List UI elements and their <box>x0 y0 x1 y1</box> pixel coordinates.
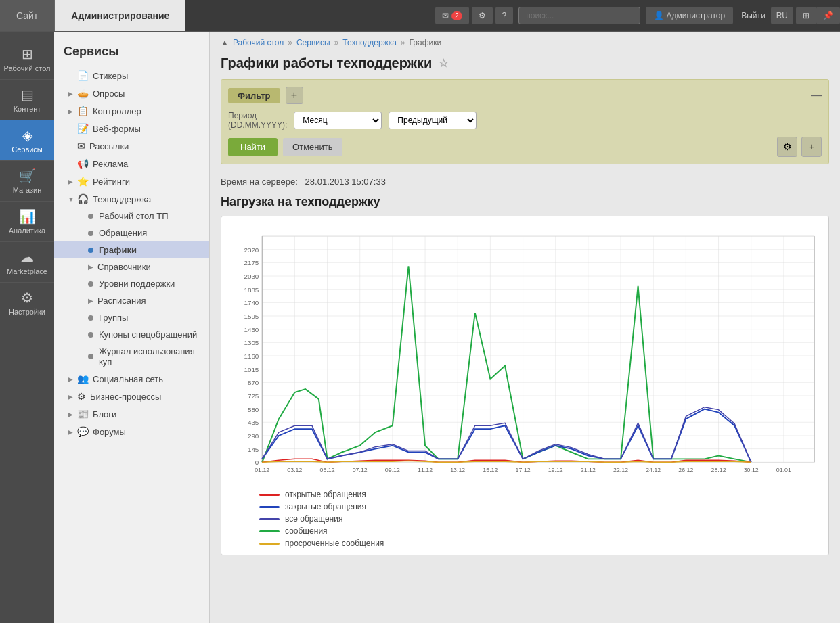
legend-line-overdue <box>259 543 280 545</box>
nav-item-polls[interactable]: ▶ 🥧 Опросы <box>54 85 209 102</box>
nav-item-ratings[interactable]: ▶ ⭐ Рейтинги <box>54 172 209 190</box>
svg-text:2175: 2175 <box>244 259 259 267</box>
nav-arrow-forums: ▶ <box>68 428 74 436</box>
filter-find-btn[interactable]: Найти <box>228 138 278 156</box>
nav-item-blogs[interactable]: ▶ 📰 Блоги <box>54 405 209 423</box>
legend-line-all <box>259 518 280 520</box>
nav-item-ts-charts[interactable]: Графики <box>54 241 209 258</box>
nav-item-techsupport[interactable]: ▼ 🎧 Техподдержка <box>54 190 209 208</box>
sidebar-item-settings[interactable]: ⚙ Настройки <box>0 283 54 323</box>
sidebar-item-marketplace[interactable]: ☁ Marketplace <box>0 242 54 283</box>
layout-btn[interactable]: ⊞ <box>796 7 816 24</box>
nav-arrow-polls: ▶ <box>68 90 74 97</box>
sidebar-item-services[interactable]: ◈ Сервисы <box>0 120 54 161</box>
svg-text:1160: 1160 <box>244 352 259 360</box>
svg-text:1595: 1595 <box>244 313 259 320</box>
legend-item-overdue: просроченные сообщения <box>259 538 818 548</box>
bullet-ts-desktop <box>88 214 93 219</box>
chart-svg: 0 145 290 435 580 725 870 1015 1160 1305… <box>232 227 818 484</box>
svg-rect-0 <box>262 236 814 462</box>
nav-item-ts-journal[interactable]: Журнал использования куп <box>54 343 209 370</box>
svg-text:19.12: 19.12 <box>548 467 563 474</box>
filter-period-label: Период(DD.MM.YYYY): <box>228 111 287 130</box>
favorite-star-icon[interactable]: ☆ <box>439 57 448 70</box>
nav-item-forums[interactable]: ▶ 💬 Форумы <box>54 423 209 440</box>
logout-btn[interactable]: Выйти <box>736 7 771 24</box>
chart-area: 0 145 290 435 580 725 870 1015 1160 1305… <box>232 227 818 484</box>
nav-item-ts-coupons[interactable]: Купоны спецобращений <box>54 326 209 343</box>
nav-item-ads[interactable]: 📢 Реклама <box>54 155 209 172</box>
svg-text:11.12: 11.12 <box>418 467 433 474</box>
mailings-icon: ✉ <box>77 141 85 152</box>
sidebar-item-analytics[interactable]: 📊 Аналитика <box>0 202 54 242</box>
legend-line-closed <box>259 506 280 508</box>
bullet-ts-journal <box>88 354 93 359</box>
user-btn[interactable]: 👤 Администратор <box>646 7 733 24</box>
bizproc-icon: ⚙ <box>77 391 86 402</box>
filter-add-btn[interactable]: + <box>286 87 303 104</box>
nav-item-bizproc[interactable]: ▶ ⚙ Бизнес-процессы <box>54 388 209 405</box>
svg-text:03.12: 03.12 <box>287 467 302 474</box>
filter-gear-btn[interactable]: ⚙ <box>777 137 797 157</box>
left-sidebar: ⊞ Рабочий стол ▤ Контент ◈ Сервисы 🛒 Маг… <box>0 32 54 623</box>
breadcrumb-arrow: ▲ <box>221 38 229 47</box>
svg-text:01.12: 01.12 <box>255 467 269 474</box>
filter-cancel-btn[interactable]: Отменить <box>283 138 342 156</box>
nav-item-ts-handbook[interactable]: ▶ Справочники <box>54 258 209 275</box>
lang-btn[interactable]: RU <box>771 7 793 24</box>
nav-item-social[interactable]: ▶ 👥 Социальная сеть <box>54 370 209 388</box>
svg-text:15.12: 15.12 <box>483 467 498 474</box>
techsupport-icon: 🎧 <box>77 193 89 204</box>
admin-tab[interactable]: Администрирование <box>55 0 185 31</box>
legend-line-messages <box>259 530 280 532</box>
main-content: ▲ Рабочий стол » Сервисы » Техподдержка … <box>210 32 840 623</box>
nav-item-ts-requests[interactable]: Обращения <box>54 225 209 241</box>
filter-range-select[interactable]: Предыдущий Текущий <box>389 112 477 129</box>
breadcrumb-techsupport[interactable]: Техподдержка <box>342 38 397 47</box>
svg-text:870: 870 <box>248 379 259 386</box>
filter-plus-btn[interactable]: + <box>801 137 822 157</box>
breadcrumb-services[interactable]: Сервисы <box>296 38 330 47</box>
nav-arrow-ratings: ▶ <box>68 178 74 185</box>
breadcrumb-desktop[interactable]: Рабочий стол <box>233 38 284 47</box>
nav-item-ts-schedules[interactable]: ▶ Расписания <box>54 292 209 309</box>
sidebar-item-desktop[interactable]: ⊞ Рабочий стол <box>0 39 54 80</box>
svg-text:1885: 1885 <box>244 286 259 294</box>
chart-legend: открытые обращения закрытые обращения вс… <box>232 484 818 548</box>
pin-btn[interactable]: 📌 <box>816 7 840 24</box>
nav-item-controller[interactable]: ▶ 📋 Контроллер <box>54 102 209 120</box>
svg-text:05.12: 05.12 <box>320 467 335 474</box>
analytics-icon: 📊 <box>19 208 36 225</box>
settings-btn[interactable]: ⚙ <box>472 7 493 24</box>
nav-title: Сервисы <box>54 39 209 67</box>
help-btn[interactable]: ? <box>495 7 514 24</box>
nav-item-webforms[interactable]: 📝 Веб-формы <box>54 120 209 137</box>
svg-text:07.12: 07.12 <box>353 467 368 474</box>
svg-text:09.12: 09.12 <box>385 467 400 474</box>
nav-item-mailings[interactable]: ✉ Рассылки <box>54 137 209 155</box>
svg-text:0: 0 <box>255 459 259 466</box>
nav-item-stickers[interactable]: 📄 Стикеры <box>54 67 209 85</box>
messages-btn[interactable]: ✉ 2 <box>435 7 469 24</box>
server-time-label: Время на сервере: <box>221 177 298 187</box>
nav-item-ts-desktop[interactable]: Рабочий стол ТП <box>54 208 209 225</box>
filter-period-select[interactable]: Месяц День Неделя Год <box>294 112 382 129</box>
legend-label-closed: закрытые обращения <box>285 502 366 511</box>
search-input[interactable] <box>518 7 640 24</box>
services-icon: ◈ <box>22 127 32 143</box>
page-title: Графики работы техподдержки <box>221 55 432 71</box>
sidebar-item-content[interactable]: ▤ Контент <box>0 80 54 120</box>
site-tab[interactable]: Сайт <box>0 0 55 31</box>
ratings-icon: ⭐ <box>77 176 89 187</box>
sidebar-item-shop[interactable]: 🛒 Магазин <box>0 161 54 202</box>
server-time-value: 28.01.2013 15:07:33 <box>305 177 386 187</box>
svg-text:290: 290 <box>248 432 259 440</box>
filter-right-btns: ⚙ + <box>777 137 822 157</box>
nav-item-ts-groups[interactable]: Группы <box>54 309 209 326</box>
nav-item-ts-levels[interactable]: Уровни поддержки <box>54 275 209 292</box>
svg-text:01.01: 01.01 <box>776 467 791 474</box>
bullet-ts-levels <box>88 281 93 287</box>
filter-collapse-btn[interactable]: — <box>811 89 822 101</box>
svg-text:21.12: 21.12 <box>581 467 596 474</box>
filter-header: Фильтр + — <box>228 87 822 104</box>
